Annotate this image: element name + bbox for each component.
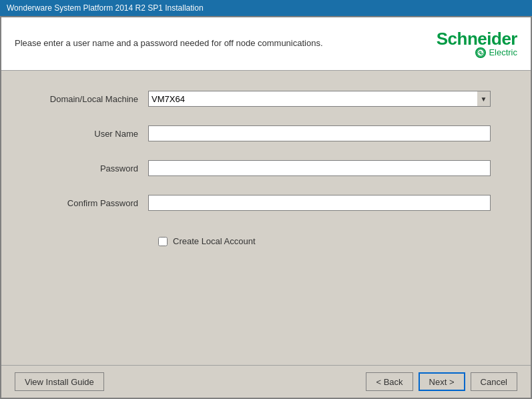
password-label: Password bbox=[41, 163, 148, 173]
form-content: Domain/Local Machine VM7X64 ▼ User Name … bbox=[1, 71, 531, 365]
header-description: Please enter a user name and a password … bbox=[15, 37, 323, 49]
header-area: Please enter a user name and a password … bbox=[1, 17, 531, 71]
footer-left: View Install Guide bbox=[15, 372, 104, 391]
brand-sub: Electric bbox=[475, 47, 517, 58]
password-input[interactable] bbox=[148, 160, 491, 176]
confirm-password-label: Confirm Password bbox=[41, 198, 148, 208]
logo-area: Schneider Electric bbox=[437, 30, 517, 58]
confirm-password-input[interactable] bbox=[148, 195, 491, 211]
username-row: User Name bbox=[41, 125, 491, 141]
domain-label: Domain/Local Machine bbox=[41, 94, 148, 104]
main-window: Please enter a user name and a password … bbox=[0, 16, 532, 399]
footer: View Install Guide < Back Next > Cancel bbox=[1, 365, 531, 398]
domain-select[interactable]: VM7X64 bbox=[148, 91, 491, 107]
create-local-account-checkbox[interactable] bbox=[158, 237, 168, 246]
view-install-guide-button[interactable]: View Install Guide bbox=[15, 372, 104, 391]
footer-right: < Back Next > Cancel bbox=[366, 372, 517, 391]
create-local-account-row: Create Local Account bbox=[158, 236, 491, 246]
brand-name: Schneider bbox=[437, 30, 517, 47]
logo-icon bbox=[475, 47, 486, 58]
title-text: Wonderware System Platform 2014 R2 SP1 I… bbox=[7, 3, 204, 13]
username-input[interactable] bbox=[148, 125, 491, 141]
username-label: User Name bbox=[41, 129, 148, 139]
domain-row: Domain/Local Machine VM7X64 ▼ bbox=[41, 91, 491, 107]
brand-sub-text: Electric bbox=[489, 47, 517, 57]
create-local-account-label[interactable]: Create Local Account bbox=[173, 236, 256, 246]
brand-text: Schneider bbox=[437, 29, 517, 49]
domain-select-wrapper: VM7X64 ▼ bbox=[148, 91, 491, 107]
cancel-button[interactable]: Cancel bbox=[471, 372, 517, 391]
password-row: Password bbox=[41, 160, 491, 176]
confirm-password-row: Confirm Password bbox=[41, 195, 491, 211]
back-button[interactable]: < Back bbox=[366, 372, 413, 391]
title-bar: Wonderware System Platform 2014 R2 SP1 I… bbox=[0, 0, 532, 16]
next-button[interactable]: Next > bbox=[419, 372, 465, 391]
